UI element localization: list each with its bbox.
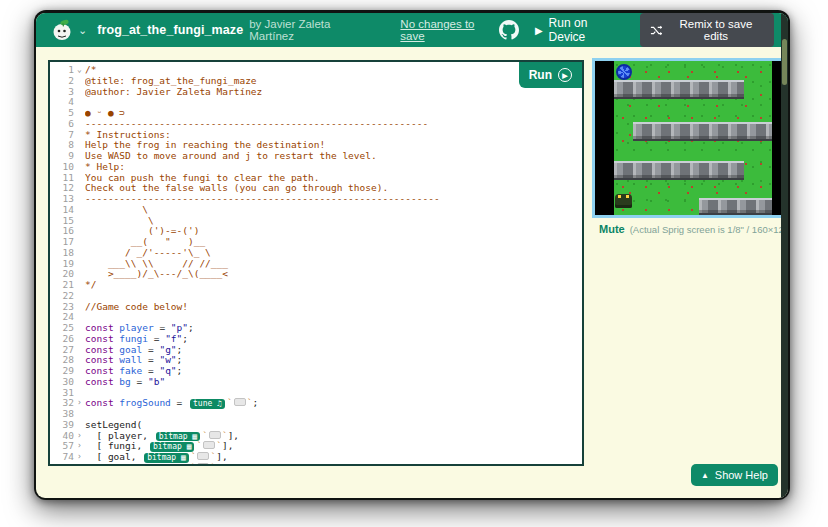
code-line[interactable]: 74› [ goal, bitmap ▦``], xyxy=(50,452,582,463)
save-status-link[interactable]: No changes to save xyxy=(400,18,499,42)
code-line[interactable]: 6---------------------------------------… xyxy=(50,119,582,130)
code-line[interactable]: 17 __( " )__ xyxy=(50,237,582,248)
scrollbar-thumb[interactable] xyxy=(782,39,787,85)
code-line[interactable]: 28const wall = "w"; xyxy=(50,355,582,366)
code-line[interactable]: 2@title: frog_at_the_fungi_maze xyxy=(50,76,582,87)
code-line[interactable]: 27const goal = "g"; xyxy=(50,345,582,356)
fold-toggle-icon[interactable]: ⌄ xyxy=(74,65,85,76)
run-button[interactable]: Run ▶ xyxy=(519,62,582,88)
fold-toggle-icon[interactable] xyxy=(74,291,85,302)
fold-toggle-icon[interactable] xyxy=(74,355,85,366)
bitmap-badge[interactable]: bitmap ▦ xyxy=(156,432,201,442)
fold-toggle-icon[interactable] xyxy=(74,259,85,270)
chevron-down-icon[interactable]: ⌄ xyxy=(78,24,87,37)
github-icon[interactable] xyxy=(499,20,519,40)
fold-toggle-icon[interactable] xyxy=(74,302,85,313)
code-line[interactable]: 20 >____)/_\---/_\(____< xyxy=(50,269,582,280)
tune-badge[interactable]: tune ♫ xyxy=(190,399,225,409)
fold-toggle-icon[interactable]: › xyxy=(74,452,85,463)
code-line[interactable]: 4 xyxy=(50,97,582,108)
code-line[interactable]: 31 xyxy=(50,388,582,399)
fold-toggle-icon[interactable] xyxy=(74,194,85,205)
fold-toggle-icon[interactable] xyxy=(74,108,85,119)
bitmap-badge[interactable]: bitmap ▦ xyxy=(144,464,189,466)
fold-toggle-icon[interactable] xyxy=(74,76,85,87)
code-line[interactable]: 8Help the frog in reaching the destinati… xyxy=(50,140,582,151)
code-line[interactable]: 16 (')-=-(') xyxy=(50,226,582,237)
fold-toggle-icon[interactable] xyxy=(74,269,85,280)
fold-toggle-icon[interactable] xyxy=(74,162,85,173)
game-screen[interactable] xyxy=(592,58,786,218)
code-line[interactable]: 7* Instructions: xyxy=(50,130,582,141)
code-line[interactable]: 22 xyxy=(50,291,582,302)
fold-toggle-icon[interactable] xyxy=(74,312,85,323)
scrollbar[interactable] xyxy=(781,13,788,498)
collapsed-literal-widget[interactable] xyxy=(197,452,209,460)
code-line[interactable]: 38 xyxy=(50,409,582,420)
fold-toggle-icon[interactable] xyxy=(74,87,85,98)
code-line[interactable]: 11You can push the fungi to clear the pa… xyxy=(50,173,582,184)
fold-toggle-icon[interactable] xyxy=(74,140,85,151)
fold-toggle-icon[interactable] xyxy=(74,226,85,237)
bitmap-badge[interactable]: bitmap ▦ xyxy=(144,453,189,463)
fold-toggle-icon[interactable] xyxy=(74,334,85,345)
code-line[interactable]: 23//Game code below! xyxy=(50,302,582,313)
remix-button[interactable]: Remix to save edits xyxy=(640,13,774,47)
code-line[interactable]: 10* Help: xyxy=(50,162,582,173)
fold-toggle-icon[interactable] xyxy=(74,130,85,141)
code-line[interactable]: 39setLegend( xyxy=(50,420,582,431)
fold-toggle-icon[interactable] xyxy=(74,366,85,377)
fold-toggle-icon[interactable] xyxy=(74,345,85,356)
collapsed-literal-widget[interactable] xyxy=(197,463,209,466)
collapsed-literal-widget[interactable] xyxy=(234,398,246,406)
code-line[interactable]: 1⌄/* xyxy=(50,65,582,76)
bitmap-badge[interactable]: bitmap ▦ xyxy=(150,442,195,452)
fold-toggle-icon[interactable] xyxy=(74,377,85,388)
code-line[interactable]: 30const bg = "b" xyxy=(50,377,582,388)
code-line[interactable]: 57› [ fungi, bitmap ▦``], xyxy=(50,441,582,452)
fold-toggle-icon[interactable]: › xyxy=(74,463,85,466)
code-line[interactable]: 5● ᵕ ● ⊃ xyxy=(50,108,582,119)
fold-toggle-icon[interactable] xyxy=(74,323,85,334)
code-line[interactable]: 19 ___\\ \\ // //___ xyxy=(50,259,582,270)
fold-toggle-icon[interactable]: › xyxy=(74,441,85,452)
code-line[interactable]: 29const fake = "q"; xyxy=(50,366,582,377)
fold-toggle-icon[interactable] xyxy=(74,151,85,162)
fold-toggle-icon[interactable] xyxy=(74,280,85,291)
fold-toggle-icon[interactable] xyxy=(74,420,85,431)
code-line[interactable]: 40› [ player, bitmap ▦``], xyxy=(50,431,582,442)
fold-toggle-icon[interactable] xyxy=(74,388,85,399)
code-lines[interactable]: 1⌄/*2@title: frog_at_the_fungi_maze3@aut… xyxy=(50,62,582,464)
fold-toggle-icon[interactable] xyxy=(74,237,85,248)
code-line[interactable]: 18 / _/'-----'\_ \ xyxy=(50,248,582,259)
fold-toggle-icon[interactable] xyxy=(74,409,85,420)
run-on-device-button[interactable]: ▶ Run on Device xyxy=(535,16,624,44)
fold-toggle-icon[interactable] xyxy=(74,119,85,130)
fold-toggle-icon[interactable] xyxy=(74,216,85,227)
code-line[interactable]: 14 \ xyxy=(50,205,582,216)
collapsed-literal-widget[interactable] xyxy=(209,431,221,439)
fold-toggle-icon[interactable] xyxy=(74,173,85,184)
fold-toggle-icon[interactable] xyxy=(74,183,85,194)
code-line[interactable]: 32›const frogSound = tune ♫``; xyxy=(50,398,582,409)
code-line[interactable]: 13--------------------------------------… xyxy=(50,194,582,205)
code-line[interactable]: 15 \ xyxy=(50,216,582,227)
collapsed-literal-widget[interactable] xyxy=(203,441,215,449)
fold-toggle-icon[interactable]: › xyxy=(74,431,85,442)
show-help-button[interactable]: ▲ Show Help xyxy=(691,464,778,486)
code-line[interactable]: 25const player = "p"; xyxy=(50,323,582,334)
code-line[interactable]: 21*/ xyxy=(50,280,582,291)
sprig-mascot-logo[interactable] xyxy=(50,18,74,42)
code-line[interactable]: 3@author: Javier Zaleta Martínez xyxy=(50,87,582,98)
fold-toggle-icon[interactable] xyxy=(74,248,85,259)
mute-button[interactable]: Mute xyxy=(599,223,625,235)
code-line[interactable]: 26const fungi = "f"; xyxy=(50,334,582,345)
fold-toggle-icon[interactable] xyxy=(74,97,85,108)
fold-toggle-icon[interactable] xyxy=(74,205,85,216)
fold-toggle-icon[interactable]: › xyxy=(74,398,85,409)
code-line[interactable]: 12Check out the false walls (you can go … xyxy=(50,183,582,194)
code-line[interactable]: 24 xyxy=(50,312,582,323)
code-line[interactable]: 9Use WASD to move around and j to restar… xyxy=(50,151,582,162)
code-line[interactable]: 91› [ wall, bitmap ▦``], xyxy=(50,463,582,466)
code-editor[interactable]: Run ▶ 1⌄/*2@title: frog_at_the_fungi_maz… xyxy=(48,60,584,466)
